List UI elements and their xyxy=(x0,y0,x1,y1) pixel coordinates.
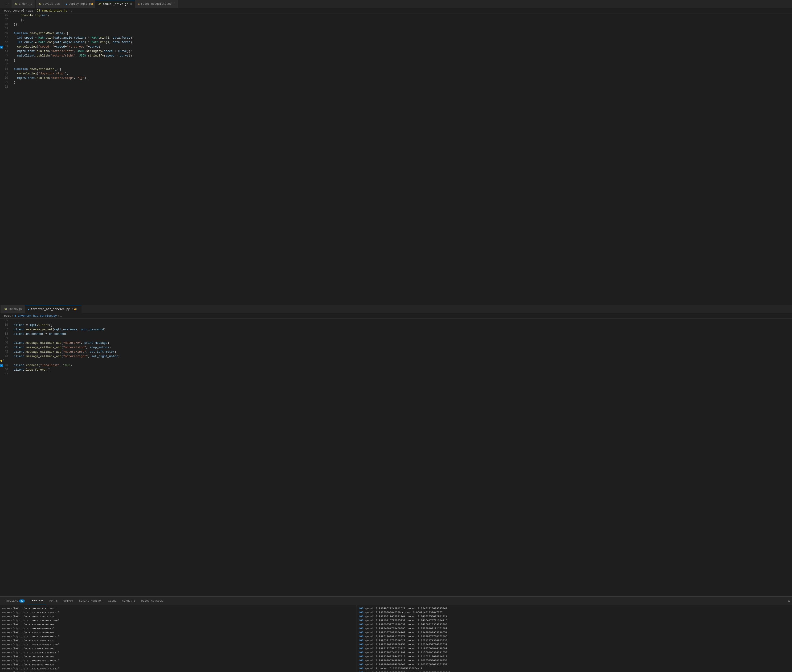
code-line: 47 xyxy=(0,372,792,377)
terminal-line: motors/left b'0.8347670881141609' xyxy=(2,646,354,651)
log-line: LOGspeed: 0.99987983740391191 curve: 0.0… xyxy=(359,651,790,654)
code-line: 43 client.message_callback_add("motors/r… xyxy=(0,354,792,359)
js-icon: JS xyxy=(38,3,42,5)
editor-area: 46 console.log(err) 47 }, 48 }); 49 50 xyxy=(0,13,792,597)
code-line: 42 client.message_callback_add("motors/l… xyxy=(0,350,792,354)
tab-manual-drive[interactable]: JS manual_drive.js × xyxy=(95,0,135,8)
code-line: 38 client.on_connect = on_connect xyxy=(0,332,792,336)
breadcrumb-part[interactable]: JS manual_drive.js xyxy=(37,9,67,13)
log-line: LOGspeed: 0.99993240274437713 curve: 0.0… xyxy=(359,654,790,659)
tab-serial-monitor[interactable]: SERIAL MONITOR xyxy=(76,597,105,605)
terminal-line: motors/left b'0.8233370788507463' xyxy=(2,622,354,627)
code-line: 36 client = mqtt.Client() xyxy=(0,323,792,328)
breadcrumb-part[interactable]: robot xyxy=(2,314,11,318)
log-line: LOGspeed: 0.99900852751899632 curve: 0.0… xyxy=(359,622,790,627)
tab-label: manual_drive.js xyxy=(103,3,128,6)
code-line: 59 console.log('Joystick stop'); xyxy=(0,72,792,76)
tab-robot-mosquitto[interactable]: ⚙ robot_mosquitto.conf xyxy=(135,0,178,8)
code-line: 46 client.loop_forever() xyxy=(0,368,792,372)
bottom-editor-split: JS index.js ◆ inventor_hat_service.py 2 … xyxy=(0,305,792,597)
log-line: LOGspeed: 0.99996995549996919 curve: 0.0… xyxy=(359,659,790,662)
breadcrumb-part[interactable]: robot_control xyxy=(2,9,24,13)
breadcrumb-part[interactable]: app xyxy=(28,9,33,13)
breadcrumb-part[interactable]: … xyxy=(60,314,62,318)
code-line: 54 mqttClient.publish("motors/left", JSO… xyxy=(0,49,792,54)
code-line: 44 xyxy=(0,359,792,363)
terminal-line: motors/left b'0.8734018407706823' xyxy=(2,662,354,667)
code-line: 41 client.message_callback_add("motors/s… xyxy=(0,346,792,350)
code-line: 52 let curve = Math.cos(data.angle.radia… xyxy=(0,40,792,45)
code-line: 2 53 console.log("speed: "+speed+"\t cur… xyxy=(0,45,792,49)
problems-badge: 31 xyxy=(19,600,25,603)
terminal-line: motors/right b'1.13050617557286961' xyxy=(2,659,354,662)
tab-ports[interactable]: PORTS xyxy=(46,597,61,605)
more-tabs-button[interactable]: ··· xyxy=(1,2,11,6)
py-icon: ◆ xyxy=(28,308,29,311)
code-line: 2 45 client.connect("localhost", 1883) xyxy=(0,363,792,368)
log-line: LOGspeed: 0.99924384718400096 curve: 0.0… xyxy=(359,627,790,630)
log-line: LOGspeed: 0.99890317463091144 curve: 0.0… xyxy=(359,614,790,619)
terminal-line: motors/right b'1.11228109061441122' xyxy=(2,667,354,670)
terminal-line: motors/left b'0.9061255066851521' xyxy=(2,670,354,672)
top-editor-pane: 46 console.log(err) 47 }, 48 }); 49 50 xyxy=(0,13,792,305)
minimize-panel-button[interactable]: ∧ xyxy=(788,598,790,603)
terminal-line: motors/left b'0.8273603216596853' xyxy=(2,630,354,635)
tab-comments[interactable]: COMMENTS xyxy=(119,597,138,605)
bottom-code-scroll[interactable]: 35 36 client = mqtt.Client() 37 client.u… xyxy=(0,318,792,597)
top-tab-bar: ··· JS index.js JS styles.css ◆ deploy_m… xyxy=(0,0,792,8)
tab-deploy-mqtt[interactable]: ◆ deploy_mqtt.py xyxy=(63,0,95,8)
tab-label: robot_mosquitto.conf xyxy=(141,2,175,6)
terminal-line: motors/left b'0.8199875987812444' xyxy=(2,606,354,611)
code-line: 48 }); xyxy=(0,22,792,27)
code-line: 51 let speed = Math.sin(data.angle.radia… xyxy=(0,36,792,40)
breadcrumb-part[interactable]: ◆ inventor_hat_service.py xyxy=(14,314,57,318)
top-code-scroll[interactable]: 46 console.log(err) 47 }, 48 }); 49 50 xyxy=(0,13,792,305)
terminal-line: motors/left b'0.8313777769018629' xyxy=(2,638,354,643)
bottom-breadcrumb: robot › ◆ inventor_hat_service.py › … xyxy=(0,314,792,318)
code-line: 60 mqttClient.publish("motors/stop", "{}… xyxy=(0,76,792,80)
log-line: LOGspeed: 1 curve: 6.123233995737666e-17 xyxy=(359,667,790,670)
code-line: 58 function onJoystickStop() { xyxy=(0,67,792,72)
tab-label: inventor_hat_service.py 2 xyxy=(30,308,73,311)
tab-azure[interactable]: AZURE xyxy=(105,597,119,605)
code-line: 57 xyxy=(0,62,792,67)
terminal-line: motors/right b'1.14983055000082' xyxy=(2,627,354,630)
terminal-log-output[interactable]: LOGspeed: 0.99849629243912522 curve: 0.0… xyxy=(356,605,792,672)
terminal-mqtt-output[interactable]: motors/left b'0.8199875987812444' motors… xyxy=(0,605,356,672)
terminal-line: motors/right b'1.14935753850687266' xyxy=(2,619,354,622)
tab-label: deploy_mqtt.py xyxy=(69,2,92,6)
log-line: LOGspeed: 0.99951960971177277 curve: 0.0… xyxy=(359,635,790,638)
tab-label: index.js xyxy=(19,2,32,6)
terminal-line: motors/right b'1.15222408317348111' xyxy=(2,611,354,614)
panel-content: motors/left b'0.8199875987812444' motors… xyxy=(0,605,792,672)
log-line: LOGspeed: 0.99870303042389 curve: 0.0509… xyxy=(359,611,790,614)
log-line: LOGspeed: 0.99963213786516622 curve: 0.0… xyxy=(359,638,790,643)
js-icon: JS xyxy=(98,3,101,6)
terminal-line: motors/left b'0.8496798143957556' xyxy=(2,654,354,659)
tab2-index-js[interactable]: JS index.js xyxy=(1,305,25,314)
js-icon: JS xyxy=(14,3,18,5)
log-line: LOGspeed: 0.99972969318968458 curve: 0.0… xyxy=(359,643,790,646)
tab-output[interactable]: OUTPUT xyxy=(61,597,76,605)
conf-icon: ⚙ xyxy=(138,3,140,6)
terminal-line: motors/right b'1.14403277578647979' xyxy=(2,643,354,646)
tab-terminal[interactable]: TERMINAL xyxy=(27,597,46,605)
terminal-line: motors/right b'1.14156204763534637' xyxy=(2,651,354,654)
tab-index-js[interactable]: JS index.js xyxy=(11,0,35,8)
bottom-code-lines: 35 36 client = mqtt.Client() 37 client.u… xyxy=(0,318,792,377)
tab-debug-console[interactable]: DEBUG CONSOLE xyxy=(138,597,166,605)
code-line: 56 } xyxy=(0,58,792,62)
top-breadcrumb: robot_control › app › JS manual_drive.js… xyxy=(0,8,792,13)
code-line: 39 xyxy=(0,336,792,341)
close-tab-button[interactable]: × xyxy=(130,2,132,6)
tab-label: styles.css xyxy=(43,2,60,6)
code-line: 61 } xyxy=(0,80,792,85)
log-line: LOGspeed: 0.99981226597163123 curve: 0.0… xyxy=(359,646,790,651)
log-line: LOGspeed: 0.99983873823604449 curve: 0.0… xyxy=(359,630,790,635)
tab-problems[interactable]: PROBLEMS 31 xyxy=(2,597,27,605)
modified-dot xyxy=(74,309,76,310)
breadcrumb-part[interactable]: … xyxy=(71,9,72,13)
tab-styles-css[interactable]: JS styles.css xyxy=(35,0,63,8)
tab2-inventor-hat[interactable]: ◆ inventor_hat_service.py 2 × xyxy=(25,305,82,314)
py-icon: ◆ xyxy=(66,3,67,6)
